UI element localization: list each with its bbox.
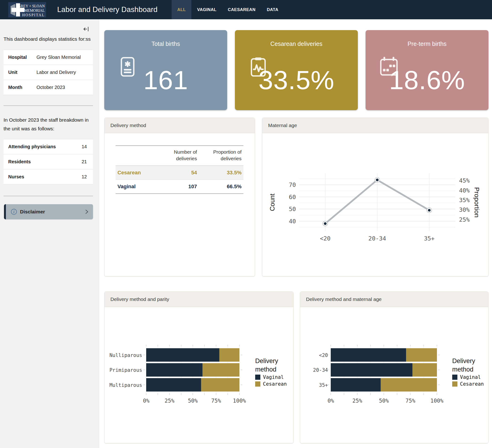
- maternal-age-card: Maternal age 4050607025%30%35%40%45%<202…: [262, 118, 489, 277]
- sidebar-divider: [3, 196, 93, 196]
- svg-text:40%: 40%: [459, 187, 470, 194]
- delivery-method-table: Number of deliveries Proportion of deliv…: [116, 145, 243, 194]
- svg-text:Primiparous: Primiparous: [110, 367, 142, 373]
- svg-text:<20: <20: [320, 235, 330, 242]
- table-row-vaginal: Vaginal 107 66.5%: [116, 179, 243, 194]
- svg-text:20-34: 20-34: [369, 235, 386, 242]
- svg-text:Delivery: Delivery: [255, 358, 278, 364]
- delivery-method-card: Delivery method Number of deliveries Pro…: [104, 118, 255, 277]
- column-header: Proportion of deliveries: [199, 146, 243, 166]
- svg-text:50%: 50%: [188, 398, 198, 404]
- svg-text:Vaginal: Vaginal: [263, 374, 284, 380]
- svg-text:35%: 35%: [459, 197, 470, 204]
- svg-text:45%: 45%: [459, 177, 470, 184]
- table-row: Month October 2023: [3, 80, 93, 95]
- value-box-title: Cesarean deliveries: [235, 40, 358, 47]
- card-title: Maternal age: [262, 118, 488, 133]
- table-row: Unit Labor and Delivery: [3, 65, 93, 80]
- svg-text:method: method: [255, 366, 276, 373]
- svg-text:Delivery: Delivery: [452, 358, 475, 364]
- card-title: Delivery method and maternal age: [300, 292, 488, 307]
- tab-vaginal[interactable]: VAGINAL: [191, 0, 222, 19]
- sidebar: This dashboard displays statistics for:s…: [0, 19, 99, 448]
- maternal-age-line-chart: 4050607025%30%35%40%45%<2020-3435+CountP…: [262, 133, 488, 276]
- svg-text:35+: 35+: [319, 382, 328, 388]
- info-icon: i: [10, 209, 17, 215]
- value-box-row: Total births 161 Cesarean deliveries: [104, 30, 489, 110]
- svg-text:25%: 25%: [459, 216, 470, 223]
- main-content: Total births 161 Cesarean deliveries: [99, 19, 492, 448]
- svg-text:25%: 25%: [164, 398, 174, 404]
- svg-text:Cesarean: Cesarean: [460, 381, 484, 387]
- svg-text:0%: 0%: [328, 398, 334, 404]
- value-box-cesarean-deliveries: Cesarean deliveries 33.5%: [235, 30, 358, 110]
- svg-text:75%: 75%: [405, 398, 415, 404]
- svg-text:100%: 100%: [233, 398, 246, 404]
- svg-text:20-34: 20-34: [313, 367, 328, 373]
- delivery-method-maternal-age-chart: <2020-3435+0%25%50%75%100%Deliverymethod…: [300, 307, 488, 443]
- staff-intro-text: In October 2023 the staff breakdown in t…: [3, 116, 91, 133]
- maternal-age-method-card: Delivery method and maternal age <2020-3…: [300, 291, 489, 443]
- svg-text:50%: 50%: [379, 398, 389, 404]
- svg-text:30%: 30%: [459, 206, 470, 213]
- tab-data[interactable]: DATA: [261, 0, 284, 19]
- value-box-value: 18.6%: [366, 65, 489, 95]
- sidebar-divider: [3, 105, 93, 106]
- tab-caesarean[interactable]: CAESAREAN: [222, 0, 261, 19]
- svg-text:75%: 75%: [211, 398, 221, 404]
- sidebar-intro-text: This dashboard displays statistics for:s…: [3, 35, 91, 43]
- chevron-right-icon: [84, 209, 89, 215]
- svg-text:25%: 25%: [352, 398, 362, 404]
- svg-text:HOSPITAL: HOSPITAL: [22, 13, 45, 17]
- disclaimer-accordion-button[interactable]: i Disclaimer: [4, 204, 93, 219]
- svg-text:40: 40: [289, 218, 296, 225]
- value-box-total-births: Total births 161: [104, 30, 227, 110]
- staff-table: Attending physicians 14 Residents 21 Nur…: [3, 139, 93, 184]
- delivery-method-parity-chart: NulliparousPrimiparousMultiparous0%25%50…: [104, 307, 293, 443]
- parity-card: Delivery method and parity NulliparousPr…: [104, 291, 294, 443]
- table-row: Hospital Grey Sloan Memorial: [3, 50, 93, 65]
- table-row: Residents 21: [3, 154, 93, 169]
- value-box-value: 33.5%: [235, 65, 358, 95]
- svg-text:GREY + SLOAN: GREY + SLOAN: [18, 4, 45, 8]
- card-title: Delivery method: [104, 118, 255, 133]
- grey-sloan-logo-icon: GREY + SLOAN MEMORIAL HOSPITAL: [8, 2, 46, 17]
- svg-text:Vaginal: Vaginal: [460, 374, 481, 380]
- svg-text:50: 50: [289, 206, 296, 212]
- table-row: Attending physicians 14: [3, 139, 93, 154]
- svg-text:0%: 0%: [143, 398, 150, 404]
- unit-info-table: Hospital Grey Sloan Memorial Unit Labor …: [3, 50, 93, 95]
- svg-text:method: method: [452, 366, 473, 373]
- value-box-preterm-births: Pre-term births 18.6%: [366, 30, 489, 110]
- table-row-cesarean: Cesarean 54 33.5%: [116, 166, 243, 180]
- svg-text:60: 60: [289, 194, 296, 200]
- svg-text:MEMORIAL: MEMORIAL: [24, 9, 45, 12]
- value-box-value: 161: [104, 65, 227, 95]
- svg-text:Proportion: Proportion: [473, 187, 481, 217]
- tab-all[interactable]: ALL: [172, 0, 191, 19]
- svg-text:Count: Count: [269, 193, 276, 211]
- svg-text:<20: <20: [319, 352, 328, 358]
- sidebar-collapse-icon[interactable]: [83, 26, 90, 35]
- hospital-logo: GREY + SLOAN MEMORIAL HOSPITAL: [8, 2, 46, 17]
- svg-text:i: i: [13, 210, 15, 214]
- column-header: Number of deliveries: [155, 146, 199, 166]
- value-box-title: Total births: [104, 40, 227, 47]
- card-title: Delivery method and parity: [104, 292, 293, 307]
- svg-text:Nulliparous: Nulliparous: [110, 352, 142, 358]
- svg-text:70: 70: [289, 181, 296, 188]
- value-box-title: Pre-term births: [366, 40, 489, 47]
- svg-text:Cesarean: Cesarean: [263, 381, 287, 387]
- disclaimer-label: Disclaimer: [20, 209, 45, 215]
- svg-text:100%: 100%: [430, 398, 443, 404]
- svg-text:35+: 35+: [424, 235, 435, 242]
- nav-tabs: ALL VAGINAL CAESAREAN DATA: [172, 0, 284, 19]
- navbar: GREY + SLOAN MEMORIAL HOSPITAL Labor and…: [0, 0, 492, 19]
- page-title: Labor and Delivery Dashboard: [57, 5, 157, 14]
- svg-text:Multiparous: Multiparous: [110, 382, 142, 388]
- table-row: Nurses 12: [3, 169, 93, 184]
